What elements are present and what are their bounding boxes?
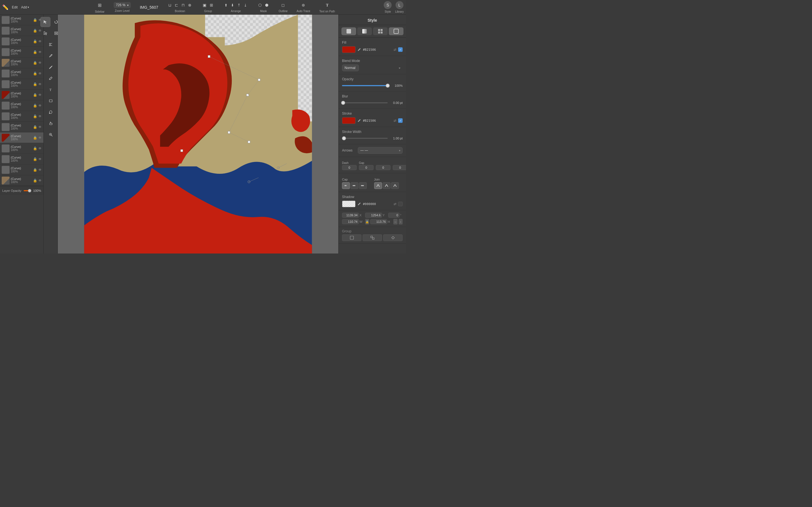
outline-button[interactable]: ◻ bbox=[280, 2, 286, 8]
auto-trace-button[interactable]: ⊛ bbox=[301, 2, 306, 8]
flip-v-button[interactable]: ↕ bbox=[399, 219, 403, 224]
layer-lock-icon[interactable]: 🔒 bbox=[33, 61, 37, 65]
cap-square-button[interactable] bbox=[359, 182, 367, 189]
layer-item[interactable]: (Curve) 100% 🔒 👁 bbox=[0, 36, 43, 47]
stroke-enabled-check[interactable]: ✓ bbox=[398, 118, 403, 123]
layer-lock-icon[interactable]: 🔒 bbox=[33, 147, 37, 151]
fill-bucket-tool-button[interactable] bbox=[46, 107, 56, 117]
layer-visibility-icon[interactable]: 👁 bbox=[38, 147, 42, 151]
layer-item[interactable]: (Curve) 100% 🔒 👁 bbox=[0, 90, 43, 100]
gap-input-3[interactable] bbox=[393, 165, 406, 170]
w-coord-input[interactable] bbox=[342, 219, 359, 224]
cap-round-button[interactable] bbox=[350, 182, 358, 189]
selected-shape-tab[interactable] bbox=[389, 27, 403, 35]
layer-lock-icon[interactable]: 🔒 bbox=[33, 157, 37, 161]
blend-mode-select[interactable]: NormalMultiplyScreenOverlayDarkenLighten bbox=[342, 64, 359, 71]
layer-visibility-icon[interactable]: 👁 bbox=[38, 50, 42, 54]
fill-color-swatch[interactable] bbox=[342, 46, 356, 53]
arrows-select[interactable]: — — → — — → → → bbox=[358, 147, 403, 154]
mask-button[interactable]: ⬡ bbox=[257, 2, 263, 8]
layer-visibility-icon[interactable]: 👁 bbox=[38, 93, 42, 97]
layer-lock-icon[interactable]: 🔒 bbox=[33, 18, 37, 22]
layer-visibility-icon[interactable]: 👁 bbox=[38, 71, 42, 75]
group-btn-2[interactable] bbox=[363, 234, 382, 241]
layer-lock-icon[interactable]: 🔒 bbox=[33, 179, 37, 182]
arrange-forward-button[interactable]: ⬆ bbox=[223, 2, 229, 8]
layer-lock-icon[interactable]: 🔒 bbox=[33, 136, 37, 140]
join-miter-button[interactable] bbox=[374, 182, 382, 189]
layer-item[interactable]: (Curve) 100% 🔒 👁 bbox=[0, 47, 43, 57]
boolean-exclude-button[interactable]: ⊗ bbox=[187, 2, 193, 8]
boolean-union-button[interactable]: ⊔ bbox=[167, 2, 172, 8]
join-bevel-button[interactable] bbox=[391, 182, 399, 189]
layer-item[interactable]: (Curve) 100% 🔒 👁 bbox=[0, 15, 43, 25]
zoom-tool-button[interactable] bbox=[46, 129, 56, 140]
brush-tool-button[interactable] bbox=[46, 73, 56, 83]
layer-lock-icon[interactable]: 🔒 bbox=[33, 40, 37, 43]
lock-aspect-button[interactable]: 🔒 bbox=[365, 219, 369, 224]
shadow-edit-icon[interactable] bbox=[357, 202, 361, 206]
hand-tool-button[interactable] bbox=[46, 118, 56, 128]
add-button[interactable]: Add ▾ bbox=[20, 4, 30, 10]
layer-item[interactable]: (Curve) 100% 🔒 👁 bbox=[0, 143, 43, 154]
layer-visibility-icon[interactable]: 👁 bbox=[38, 40, 42, 43]
text-tool-button[interactable]: T bbox=[46, 84, 56, 95]
select-tool-button[interactable] bbox=[40, 17, 50, 27]
sidebar-toggle-button[interactable]: ⊞ bbox=[97, 1, 103, 9]
layer-visibility-icon[interactable]: 👁 bbox=[38, 114, 42, 118]
group-btn-3[interactable] bbox=[383, 234, 403, 241]
arrange-top-button[interactable]: ⤒ bbox=[236, 2, 242, 8]
layer-lock-icon[interactable]: 🔒 bbox=[33, 125, 37, 129]
opacity-slider[interactable] bbox=[342, 83, 388, 89]
shadow-sync-icon[interactable]: ⇄ bbox=[394, 202, 396, 206]
flip-h-button[interactable]: ↔ bbox=[393, 219, 397, 224]
shape-tool-button[interactable] bbox=[46, 96, 56, 106]
library-tab-button[interactable]: L Library bbox=[395, 1, 404, 13]
layer-item[interactable]: (Curve) 100% 🔒 👁 bbox=[0, 79, 43, 90]
boolean-intersect-button[interactable]: ⊓ bbox=[181, 2, 186, 8]
text-on-path-button[interactable]: 𝐓 bbox=[325, 2, 329, 9]
stroke-width-slider[interactable] bbox=[342, 135, 388, 141]
shadow-color-swatch[interactable] bbox=[342, 201, 356, 207]
unmask-button[interactable]: ⬢ bbox=[264, 2, 269, 8]
fill-sync-icon[interactable]: ⇄ bbox=[394, 48, 396, 52]
layer-item[interactable]: (Curve) 100% 🔒 👁 bbox=[0, 132, 43, 143]
layer-lock-icon[interactable]: 🔒 bbox=[33, 168, 37, 172]
ungroup-button[interactable]: ⊞ bbox=[209, 2, 214, 8]
boolean-subtract-button[interactable]: ⊏ bbox=[174, 2, 179, 8]
layer-visibility-icon[interactable]: 👁 bbox=[38, 168, 42, 172]
group-button[interactable]: ▣ bbox=[202, 2, 207, 8]
arrange-backward-button[interactable]: ⬇ bbox=[230, 2, 235, 8]
pen-tool-button[interactable] bbox=[46, 51, 56, 61]
layer-lock-icon[interactable]: 🔒 bbox=[33, 29, 37, 33]
layer-item[interactable]: (Curve) 100% 🔒 👁 bbox=[0, 100, 43, 111]
layer-opacity-slider[interactable] bbox=[24, 190, 31, 191]
rot-coord-input[interactable] bbox=[388, 213, 400, 218]
layer-lock-icon[interactable]: 🔒 bbox=[33, 104, 37, 108]
layer-item[interactable]: (Curve) 100% 🔒 👁 bbox=[0, 165, 43, 175]
layer-lock-icon[interactable]: 🔒 bbox=[33, 93, 37, 97]
layer-lock-icon[interactable]: 🔒 bbox=[33, 71, 37, 75]
style-tab-button[interactable]: S Style bbox=[384, 1, 392, 13]
y-coord-input[interactable] bbox=[365, 213, 382, 218]
layer-lock-icon[interactable]: 🔒 bbox=[33, 50, 37, 54]
group-btn-1[interactable] bbox=[342, 234, 361, 241]
x-coord-input[interactable] bbox=[342, 213, 359, 218]
dash-input[interactable] bbox=[342, 165, 357, 170]
layer-visibility-icon[interactable]: 👁 bbox=[38, 125, 42, 129]
layer-lock-icon[interactable]: 🔒 bbox=[33, 82, 37, 86]
direct-select-tool-button[interactable] bbox=[40, 28, 50, 38]
fill-edit-icon[interactable] bbox=[357, 48, 361, 52]
blur-slider[interactable] bbox=[342, 100, 388, 106]
layer-visibility-icon[interactable]: 👁 bbox=[38, 104, 42, 108]
fill-tab[interactable] bbox=[342, 27, 356, 35]
join-round-button[interactable] bbox=[383, 182, 391, 189]
layer-visibility-icon[interactable]: 👁 bbox=[38, 136, 42, 140]
layer-visibility-icon[interactable]: 👁 bbox=[38, 179, 42, 182]
stroke-sync-icon[interactable]: ⇄ bbox=[394, 119, 396, 122]
layer-lock-icon[interactable]: 🔒 bbox=[33, 114, 37, 118]
h-coord-input[interactable] bbox=[370, 219, 387, 224]
stroke-color-swatch[interactable] bbox=[342, 117, 356, 124]
canvas-area[interactable] bbox=[58, 15, 338, 253]
layer-item[interactable]: (Curve) 100% 🔒 👁 bbox=[0, 25, 43, 36]
